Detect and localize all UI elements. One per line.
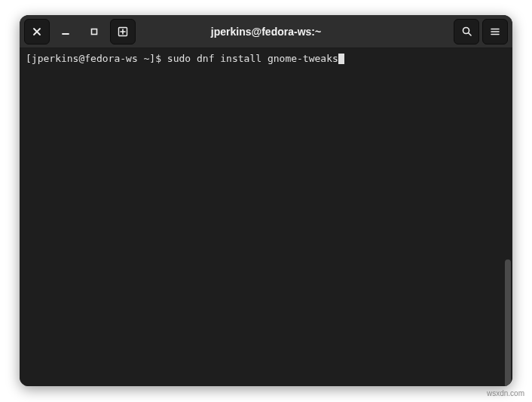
titlebar-left — [24, 19, 136, 44]
menu-button[interactable] — [482, 19, 508, 44]
search-button[interactable] — [454, 19, 479, 44]
close-button[interactable] — [24, 19, 50, 44]
maximize-icon — [90, 27, 99, 36]
maximize-button[interactable] — [81, 19, 107, 44]
minimize-button[interactable] — [53, 19, 78, 44]
search-icon — [461, 26, 472, 37]
svg-point-2 — [463, 28, 469, 34]
terminal-body[interactable]: [jperkins@fedora-ws ~]$ sudo dnf install… — [20, 48, 512, 386]
close-icon — [32, 27, 41, 36]
window-title: jperkins@fedora-ws:~ — [211, 26, 321, 38]
new-tab-button[interactable] — [110, 19, 136, 44]
minimize-icon — [61, 27, 70, 36]
titlebar-right — [454, 19, 508, 44]
command-text: sudo dnf install gnome-tweaks — [167, 53, 338, 64]
watermark: wsxdn.com — [487, 389, 524, 397]
prompt: [jperkins@fedora-ws ~]$ — [26, 53, 167, 64]
svg-rect-0 — [92, 29, 97, 34]
hamburger-icon — [490, 26, 500, 37]
new-tab-icon — [117, 26, 129, 38]
terminal-window: jperkins@fedora-ws:~ [jperkins@fedora-ws… — [20, 15, 512, 386]
scrollbar[interactable] — [505, 259, 511, 386]
titlebar: jperkins@fedora-ws:~ — [20, 15, 512, 48]
cursor — [338, 54, 344, 64]
